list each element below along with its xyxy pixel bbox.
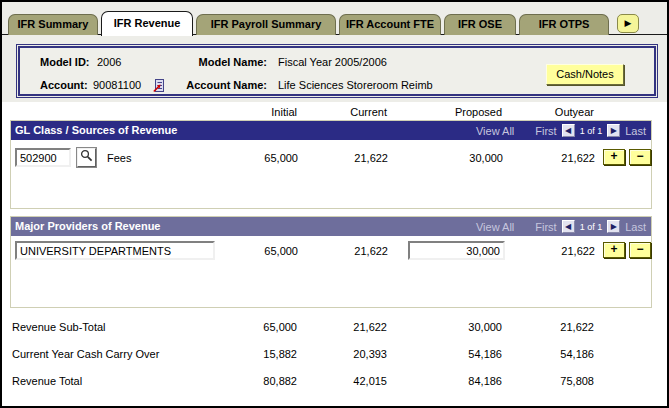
model-name-label: Model Name: (170, 56, 267, 68)
first-link[interactable]: First (535, 125, 556, 137)
previous-row-button[interactable]: ◀ (562, 220, 575, 233)
gl-class-proposed-value: 30,000 (413, 152, 503, 164)
column-header-proposed: Proposed (412, 106, 502, 118)
model-id-label: Model ID: (40, 56, 90, 68)
gl-class-section-title: GL Class / Sources of Revenue (15, 124, 177, 136)
previous-arrow-icon: ◀ (565, 126, 571, 135)
next-row-button[interactable]: ▶ (607, 124, 620, 137)
subtotal-proposed-value: 30,000 (412, 321, 502, 333)
account-transfer-button[interactable] (153, 78, 165, 95)
gl-class-section-bar: GL Class / Sources of Revenue View All F… (11, 121, 651, 140)
account-label: Account: (40, 79, 88, 91)
providers-grid: Major Providers of Revenue View All Firs… (10, 216, 652, 308)
providers-section-bar: Major Providers of Revenue View All Firs… (11, 217, 651, 236)
account-name-value: Life Sciences Storeroom Reimb (278, 79, 433, 91)
row-counter: 1 of 1 (580, 126, 603, 136)
gl-class-grid: GL Class / Sources of Revenue View All F… (10, 120, 652, 209)
carryover-proposed-value: 54,186 (412, 348, 502, 360)
gl-class-current-value: 21,622 (298, 152, 388, 164)
subtotal-initial-value: 65,000 (207, 321, 297, 333)
carryover-initial-value: 15,882 (207, 348, 297, 360)
summary-label: Current Year Cash Carry Over (12, 348, 159, 360)
provider-name-input[interactable] (15, 241, 215, 260)
total-proposed-value: 84,186 (412, 375, 502, 387)
gl-class-outyear-value: 21,622 (505, 152, 595, 164)
carryover-current-value: 20,393 (297, 348, 387, 360)
subtotal-current-value: 21,622 (297, 321, 387, 333)
providers-section-title: Major Providers of Revenue (15, 220, 161, 232)
ifr-revenue-page: IFR Summary IFR Revenue IFR Payroll Summ… (0, 0, 669, 408)
previous-arrow-icon: ◀ (565, 222, 571, 231)
total-initial-value: 80,882 (207, 375, 297, 387)
view-all-link[interactable]: View All (476, 125, 514, 137)
transfer-icon (153, 78, 165, 93)
tab-ifr-otps[interactable]: IFR OTPS (519, 14, 609, 35)
gl-class-lookup-button[interactable] (77, 148, 96, 167)
cash-notes-button[interactable]: Cash/Notes (546, 64, 624, 85)
account-value: 90081100 (93, 79, 141, 91)
tab-ifr-revenue[interactable]: IFR Revenue (101, 11, 193, 36)
model-name-value: Fiscal Year 2005/2006 (278, 56, 387, 68)
last-link[interactable]: Last (625, 125, 646, 137)
providers-grid-nav: View All First ◀ 1 of 1 ▶ Last (476, 217, 646, 236)
gl-class-grid-nav: View All First ◀ 1 of 1 ▶ Last (476, 121, 646, 140)
last-link[interactable]: Last (625, 221, 646, 233)
view-all-link[interactable]: View All (476, 221, 514, 233)
provider-proposed-input[interactable] (408, 241, 505, 260)
gl-class-code-input[interactable] (15, 148, 71, 167)
next-arrow-icon: ▶ (611, 126, 617, 135)
summary-label: Revenue Sub-Total (12, 321, 106, 333)
total-current-value: 42,015 (297, 375, 387, 387)
magnifier-icon (80, 149, 93, 162)
previous-row-button[interactable]: ◀ (562, 124, 575, 137)
next-arrow-icon: ▶ (611, 222, 617, 231)
tab-ifr-ose[interactable]: IFR OSE (444, 14, 516, 35)
plus-icon: + (610, 149, 617, 163)
provider-initial-value: 65,000 (208, 245, 298, 257)
subtotal-outyear-value: 21,622 (504, 321, 594, 333)
account-name-label: Account Name: (170, 79, 267, 91)
gl-class-delete-row-button[interactable]: − (629, 149, 651, 165)
provider-delete-row-button[interactable]: − (629, 242, 651, 258)
more-tabs-button[interactable]: ▶ (617, 14, 639, 33)
minus-icon: − (636, 242, 643, 256)
minus-icon: − (636, 149, 643, 163)
first-link[interactable]: First (535, 221, 556, 233)
column-header-current: Current (297, 106, 387, 118)
model-id-value: 2006 (97, 56, 121, 68)
next-tabs-arrow-icon: ▶ (625, 18, 632, 28)
next-row-button[interactable]: ▶ (607, 220, 620, 233)
total-outyear-value: 75,808 (504, 375, 594, 387)
provider-current-value: 21,622 (298, 245, 388, 257)
tab-ifr-summary[interactable]: IFR Summary (8, 14, 98, 35)
model-header-panel: Model ID: 2006 Model Name: Fiscal Year 2… (16, 44, 658, 98)
tab-ifr-account-fte[interactable]: IFR Account FTE (339, 14, 441, 35)
provider-add-row-button[interactable]: + (603, 242, 625, 258)
row-counter: 1 of 1 (580, 222, 603, 232)
provider-outyear-value: 21,622 (505, 245, 595, 257)
carryover-outyear-value: 54,186 (504, 348, 594, 360)
model-header-inner: Model ID: 2006 Model Name: Fiscal Year 2… (18, 46, 656, 96)
column-header-outyear: Outyear (504, 106, 594, 118)
column-header-initial: Initial (207, 106, 297, 118)
summary-label: Revenue Total (12, 375, 82, 387)
tab-ifr-payroll-summary[interactable]: IFR Payroll Summary (196, 14, 336, 35)
tab-bar: IFR Summary IFR Revenue IFR Payroll Summ… (8, 10, 639, 35)
plus-icon: + (610, 242, 617, 256)
gl-class-initial-value: 65,000 (208, 152, 298, 164)
gl-class-add-row-button[interactable]: + (603, 149, 625, 165)
gl-class-description: Fees (107, 152, 131, 164)
